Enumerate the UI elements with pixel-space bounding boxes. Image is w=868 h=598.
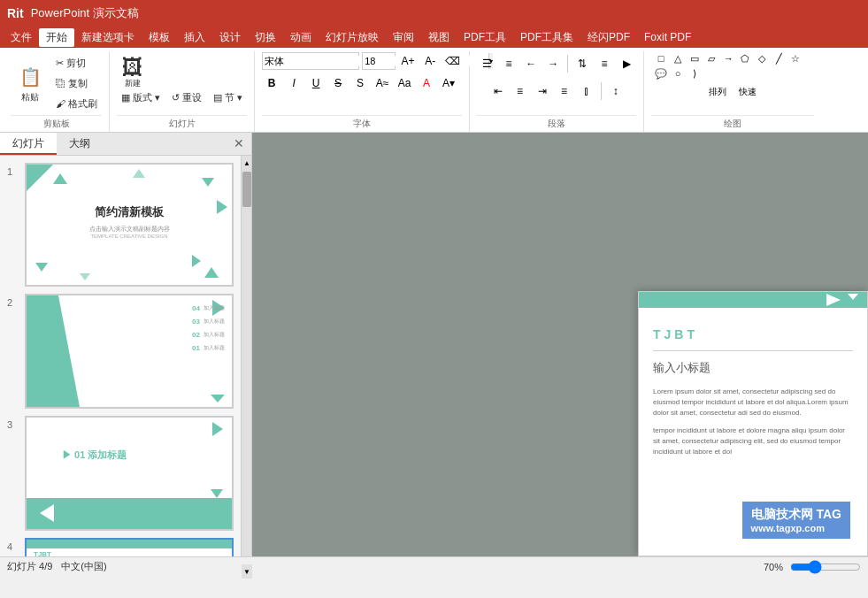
slide-number-4: 4: [7, 541, 19, 552]
align-right-button[interactable]: ⇥: [533, 81, 552, 101]
font-size-combo[interactable]: ▾: [362, 52, 396, 70]
arrange-button[interactable]: 排列: [704, 82, 731, 102]
preview-subtitle: 输入小标题: [653, 360, 853, 376]
slide-number-1: 1: [7, 166, 19, 177]
para-content: ☰ ≡ ← → ⇅ ≡ ▶ ⇤ ≡ ⇥ ≡ ⫿ ↕: [477, 51, 636, 115]
cut-button[interactable]: ✂ 剪切: [51, 54, 102, 73]
increase-font-button[interactable]: A+: [398, 51, 418, 71]
shape-round-rect[interactable]: ▭: [687, 51, 703, 65]
align-left-button[interactable]: ⇤: [488, 81, 508, 101]
zoom-slider[interactable]: [790, 560, 861, 574]
menu-transition[interactable]: 切换: [248, 28, 283, 47]
menu-new-tab[interactable]: 新建选项卡: [74, 28, 142, 47]
spacing-button[interactable]: A≈: [373, 73, 392, 93]
menu-file[interactable]: 文件: [4, 28, 39, 47]
font-name-combo[interactable]: ▾: [262, 52, 359, 70]
text-align-button[interactable]: ≡: [595, 54, 614, 73]
title-bar: Rit PowerPoint 演示文稿: [0, 0, 868, 27]
menu-review[interactable]: 审阅: [386, 28, 421, 47]
text-highlight-button[interactable]: A▾: [439, 73, 458, 93]
status-bar: 幻灯片 4/9 中文(中国) 70%: [0, 556, 868, 576]
quick-styles-button[interactable]: 快速: [734, 82, 761, 102]
menu-foxit[interactable]: Foxit PDF: [637, 29, 698, 45]
shape-pentagon[interactable]: ⬠: [737, 51, 753, 65]
menu-slideshow[interactable]: 幻灯片放映: [319, 28, 386, 47]
align-center-button[interactable]: ≡: [511, 81, 530, 101]
panel-close-button[interactable]: ✕: [227, 133, 251, 155]
ribbon-group-font: ▾ ▾ A+ A- ⌫ B I U S S A≈: [255, 51, 470, 132]
tab-slides[interactable]: 幻灯片: [0, 133, 57, 155]
preview-title: TJBT: [653, 327, 853, 341]
strikethrough-button[interactable]: S: [328, 73, 348, 93]
ribbon: 📋 粘贴 ✂ 剪切 ⿻ 复制 🖌: [0, 48, 868, 133]
slide-panel-scrollbar[interactable]: ▲ ▼: [241, 156, 251, 556]
menu-template[interactable]: 模板: [142, 28, 177, 47]
slide-thumbnail-4[interactable]: TJBT: [25, 538, 234, 556]
slides-content: 🖼 新建 ▦ 版式 ▾ ↺ 重设 ▤ 节 ▾: [117, 51, 247, 115]
reset-label: 重设: [182, 91, 202, 104]
new-slide-button[interactable]: 🖼 新建: [117, 53, 149, 85]
zoom-level: 70%: [764, 562, 783, 572]
list-item: 4 TJBT: [7, 538, 234, 556]
slides-group-label: 幻灯片: [117, 115, 247, 132]
preview-body2: tempor incididunt ut labore et dolore ma…: [653, 426, 853, 457]
font-row1: ▾ ▾ A+ A- ⌫: [262, 51, 462, 71]
clipboard-content: 📋 粘贴 ✂ 剪切 ⿻ 复制 🖌: [11, 51, 102, 115]
increase-indent-button[interactable]: →: [543, 54, 563, 73]
italic-button[interactable]: I: [284, 73, 303, 93]
menu-insert[interactable]: 插入: [177, 28, 212, 47]
menu-flash-pdf[interactable]: 经闪PDF: [580, 28, 637, 47]
slide-thumbnail-3[interactable]: ▶ 01 添加标题: [25, 416, 234, 531]
menu-design[interactable]: 设计: [212, 28, 248, 47]
shape-star[interactable]: ☆: [787, 51, 803, 65]
decrease-indent-button[interactable]: ←: [521, 54, 541, 73]
shape-diamond[interactable]: ◇: [754, 51, 770, 65]
text-direction-button[interactable]: ⇅: [572, 54, 592, 73]
line-spacing-button[interactable]: ↕: [606, 81, 626, 101]
reset-button[interactable]: ↺ 重设: [167, 88, 206, 107]
copy-button[interactable]: ⿻ 复制: [51, 74, 102, 93]
tab-outline[interactable]: 大纲: [57, 133, 103, 155]
shape-callout[interactable]: 💬: [653, 66, 669, 80]
slide-thumbnail-1[interactable]: 简约清新模板 点击输入演示文稿副标题内容 TEMPLATE CREATIVE D…: [25, 163, 234, 287]
layout-button[interactable]: ▦ 版式 ▾: [117, 88, 165, 107]
menu-animation[interactable]: 动画: [283, 28, 319, 47]
section-button[interactable]: ▤ 节 ▾: [209, 88, 247, 107]
shape-rect[interactable]: □: [653, 51, 669, 65]
slide1-sub2: TEMPLATE CREATIVE DESIGN: [27, 234, 232, 239]
bold-button[interactable]: B: [262, 73, 281, 93]
shape-parallelogram[interactable]: ▱: [703, 51, 719, 65]
slide1-title: 简约清新模板: [27, 204, 232, 220]
slide-thumbnail-2[interactable]: 04加入标题 03加入标题 02加入标题 01加入标题: [25, 294, 234, 409]
shadow-button[interactable]: S: [350, 73, 370, 93]
layout-icon: ▦: [121, 92, 130, 104]
watermark: 电脑技术网 TAG www.tagxp.com: [742, 502, 850, 539]
col-button[interactable]: ⫿: [577, 81, 596, 101]
list-bullet-button[interactable]: ☰: [477, 54, 496, 73]
convert-smartart-button[interactable]: ▶: [617, 54, 636, 73]
justify-button[interactable]: ≡: [555, 81, 574, 101]
shape-line[interactable]: ╱: [771, 51, 787, 65]
menu-view[interactable]: 视图: [421, 28, 457, 47]
format-brush-button[interactable]: 🖌 格式刷: [51, 95, 102, 113]
scroll-thumb[interactable]: [242, 172, 251, 207]
menu-pdf-tools[interactable]: PDF工具: [457, 28, 513, 47]
menu-pdf-toolset[interactable]: PDF工具集: [513, 28, 580, 47]
paste-button[interactable]: 📋 粘贴: [11, 53, 50, 113]
shape-chevron[interactable]: ⟩: [687, 66, 703, 80]
decrease-font-button[interactable]: A-: [420, 51, 440, 71]
canvas-area: TJBT 输入小标题 Lorem ipsum dolor sit amet, c…: [252, 133, 868, 556]
underline-button[interactable]: U: [306, 73, 326, 93]
app-logo: Rit: [7, 6, 24, 20]
shape-triangle[interactable]: △: [670, 51, 686, 65]
ribbon-group-paragraph: ☰ ≡ ← → ⇅ ≡ ▶ ⇤ ≡ ⇥ ≡ ⫿ ↕: [470, 51, 644, 132]
clear-format-button[interactable]: ⌫: [442, 51, 462, 71]
shape-arrow-right[interactable]: →: [720, 51, 736, 65]
shape-circle[interactable]: ○: [670, 66, 686, 80]
list-number-button[interactable]: ≡: [499, 54, 518, 73]
font-row2: B I U S S A≈ Aa A A▾: [262, 73, 458, 93]
font-color-button[interactable]: A: [417, 73, 436, 93]
slides-list: 1: [0, 156, 241, 556]
change-case-button[interactable]: Aa: [395, 73, 414, 93]
menu-home[interactable]: 开始: [39, 28, 74, 47]
